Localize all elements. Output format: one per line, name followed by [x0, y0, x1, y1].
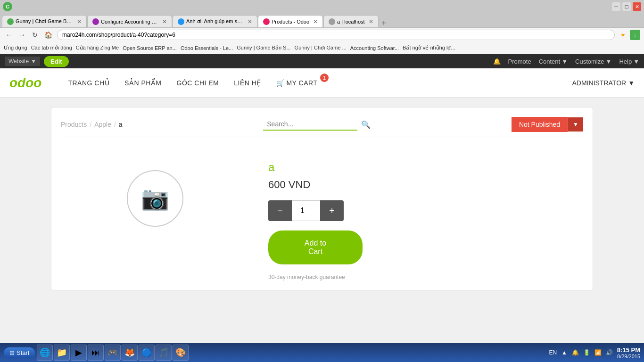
minimize-button[interactable]: ─ — [612, 2, 620, 11]
tab-close-icon[interactable]: ✕ — [77, 18, 82, 25]
browser-logo: C — [3, 2, 12, 11]
taskbar-app8-icon[interactable]: 🎵 — [156, 345, 172, 361]
taskbar-media-icon[interactable]: ▶ — [71, 345, 87, 361]
product-container: Products / Apple / a 🔍 Not Published ▼ — [51, 107, 593, 290]
home-button[interactable]: 🏠 — [42, 30, 54, 40]
bookmark-odoo-essentials[interactable]: Odoo Essentials - Le... — [181, 45, 233, 51]
taskbar-up-icon[interactable]: ▲ — [561, 349, 568, 356]
top-row: Products / Apple / a 🔍 Not Published ▼ — [61, 117, 583, 137]
bookmark-zing[interactable]: Cửa hàng Zing Me — [76, 45, 119, 51]
close-button[interactable]: ✕ — [633, 2, 641, 11]
chevron-down-icon: ▼ — [606, 58, 612, 65]
taskbar-app5-icon[interactable]: 🎮 — [105, 345, 121, 361]
bookmark-accounting[interactable]: Accounting Softwar... — [350, 45, 399, 51]
edit-button[interactable]: Edit — [44, 56, 69, 67]
start-button[interactable]: ⊞ Start — [4, 347, 35, 358]
cart-icon: 🛒 — [276, 79, 285, 87]
bookmark-label: Các tab mới đóng — [31, 45, 72, 51]
bookmarks-bar: Ứng dụng Các tab mới đóng Cửa hàng Zing … — [0, 42, 644, 54]
chevron-down-icon: ▼ — [628, 79, 635, 87]
new-tab-button[interactable]: + — [379, 19, 389, 27]
bookmark-label: Open Source ERP an... — [123, 45, 177, 51]
tab-close-icon[interactable]: ✕ — [248, 18, 252, 25]
content-button[interactable]: Content ▼ — [539, 58, 568, 65]
tab-label: Products - Odoo — [272, 19, 309, 25]
admin-bell-icon[interactable]: 🔔 — [493, 58, 501, 65]
cart-label: MY CART — [286, 79, 317, 87]
customize-button[interactable]: Customize ▼ — [575, 58, 611, 65]
taskbar: ⊞ Start 🌐 📁 ▶ ⏭ 🎮 🦊 🔵 🎵 🎨 EN ▲ 🔔 🔋 📶 🔊 8… — [0, 343, 644, 362]
nav-home[interactable]: TRANG CHỦ — [60, 74, 117, 91]
nav-goc-chi-em[interactable]: GÓC CHI EM — [169, 74, 227, 91]
bookmark-gunny-game[interactable]: Gunny | Game Bản S... — [237, 45, 290, 51]
breadcrumb-category-link[interactable]: Apple — [94, 121, 111, 128]
bookmark-apps[interactable]: Ứng dụng — [4, 45, 27, 51]
reload-button[interactable]: ↻ — [30, 30, 40, 40]
bookmark-label: Ứng dụng — [4, 45, 27, 51]
taskbar-clock[interactable]: 8:15 PM 8/29/2015 — [617, 346, 640, 359]
website-button[interactable]: Website ▼ — [5, 57, 40, 66]
bookmark-gunny-choi[interactable]: Gunny | Chơi Game ... — [295, 45, 347, 51]
nav-cart[interactable]: 🛒 MY CART 1 — [269, 74, 325, 91]
tab-close-icon[interactable]: ✕ — [162, 18, 167, 25]
bookmark-star-icon[interactable]: ★ — [618, 30, 628, 40]
tab-close-icon[interactable]: ✕ — [313, 18, 318, 25]
publish-dropdown-button[interactable]: ▼ — [568, 117, 583, 132]
tab-gunny[interactable]: Gunny | Chơi Game Bản S... ✕ — [2, 15, 87, 27]
admin-user-menu[interactable]: ADMINISTRATOR ▼ — [572, 79, 635, 87]
breadcrumb-products-link[interactable]: Products — [61, 121, 87, 128]
tab-anh[interactable]: Anh ơi, Anh giúp em sửa c... ✕ — [173, 15, 257, 27]
odoo-logo[interactable]: odoo — [9, 75, 41, 90]
forward-button[interactable]: → — [17, 30, 27, 40]
taskbar-ie-icon[interactable]: 🌐 — [37, 345, 53, 361]
product-info: a 600 VND − + Add to Cart 30-day money-b… — [268, 151, 583, 280]
quantity-increase-button[interactable]: + — [320, 200, 344, 221]
promote-button[interactable]: Promote — [508, 58, 531, 65]
maximize-button[interactable]: □ — [622, 2, 631, 11]
taskbar-app9-icon[interactable]: 🎨 — [173, 345, 189, 361]
tab-configure[interactable]: Configure Accounting - O... ✕ — [87, 15, 172, 27]
bookmark-erp[interactable]: Open Source ERP an... — [123, 45, 177, 51]
product-image-area: 📷 — [61, 151, 249, 280]
quantity-input[interactable] — [292, 200, 320, 221]
money-back-guarantee: 30-day money-back guarantee — [268, 274, 583, 280]
search-input[interactable] — [263, 118, 357, 131]
taskbar-battery-icon: 🔋 — [583, 349, 591, 356]
quantity-decrease-button[interactable]: − — [268, 200, 292, 221]
start-label: Start — [17, 349, 29, 356]
search-area: 🔍 — [263, 118, 371, 131]
back-button[interactable]: ← — [4, 30, 14, 40]
nav-lien-he[interactable]: LIÊN HỆ — [226, 74, 269, 91]
tab-products[interactable]: Products - Odoo ✕ — [258, 15, 323, 27]
taskbar-time: 8:15 PM — [617, 346, 640, 354]
customize-label: Customize — [575, 58, 604, 65]
tab-label: Gunny | Chơi Game Bản S... — [16, 18, 73, 25]
taskbar-lang-icon: EN — [549, 349, 557, 356]
product-detail: 📷 a 600 VND − + Add to Cart 30-day money… — [61, 147, 583, 280]
page-wrapper: Products / Apple / a 🔍 Not Published ▼ — [0, 98, 644, 352]
not-published-button[interactable]: Not Published — [512, 117, 568, 132]
tab-localhost[interactable]: a | localhost ✕ — [323, 15, 379, 27]
address-bar: ← → ↻ 🏠 ★ ↓ — [0, 27, 644, 42]
search-button[interactable]: 🔍 — [361, 120, 371, 129]
extension-icon[interactable]: ↓ — [630, 30, 640, 40]
help-button[interactable]: Help ▼ — [619, 58, 639, 65]
nav-products[interactable]: SẢN PHẨM — [117, 74, 169, 91]
bookmark-closed-tabs[interactable]: Các tab mới đóng — [31, 45, 72, 51]
search-icon: 🔍 — [361, 121, 371, 129]
taskbar-flag-icon: 🔔 — [572, 349, 579, 356]
bookmark-bat-ngo[interactable]: Bất ngờ về những lợ... — [403, 45, 455, 51]
taskbar-explorer-icon[interactable]: 📁 — [54, 345, 70, 361]
bookmark-label: Gunny | Chơi Game ... — [295, 45, 347, 51]
breadcrumb: Products / Apple / a — [61, 121, 123, 128]
taskbar-app4-icon[interactable]: ⏭ — [88, 345, 104, 361]
taskbar-firefox-icon[interactable]: 🦊 — [122, 345, 138, 361]
admin-bar: Website ▼ Edit 🔔 Promote Content ▼ Custo… — [0, 54, 644, 68]
bookmark-label: Cửa hàng Zing Me — [76, 45, 119, 51]
tab-close-icon[interactable]: ✕ — [369, 18, 373, 25]
tab-label: a | localhost — [337, 19, 365, 25]
url-input[interactable] — [57, 30, 615, 40]
add-to-cart-button[interactable]: Add to Cart — [268, 230, 363, 264]
tab-label: Anh ơi, Anh giúp em sửa c... — [186, 18, 244, 25]
taskbar-chrome-icon[interactable]: 🔵 — [139, 345, 155, 361]
